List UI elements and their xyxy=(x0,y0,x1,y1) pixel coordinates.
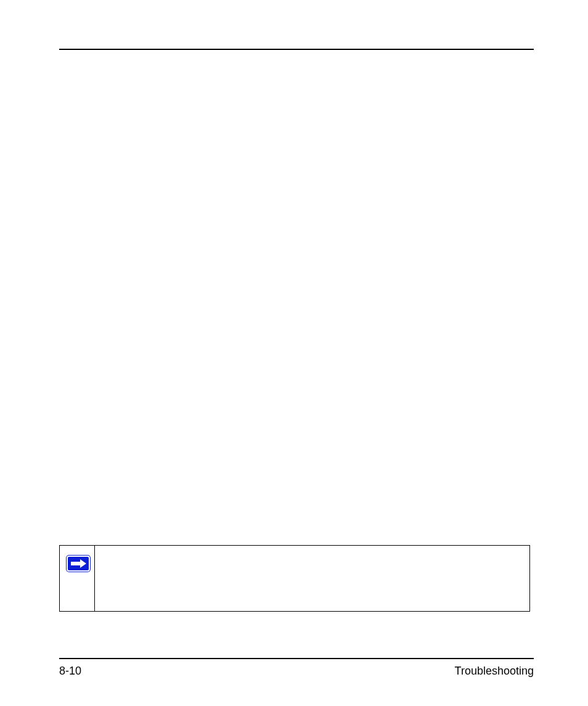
header-rule xyxy=(59,49,534,50)
arrow-right-icon xyxy=(65,554,91,573)
section-title: Troubleshooting xyxy=(455,665,534,678)
page-number: 8-10 xyxy=(59,665,81,678)
svg-rect-2 xyxy=(71,562,80,565)
document-page: 8-10 Troubleshooting xyxy=(0,0,588,706)
note-divider xyxy=(94,546,95,611)
note-callout-box xyxy=(59,545,530,612)
footer-rule xyxy=(59,658,534,659)
